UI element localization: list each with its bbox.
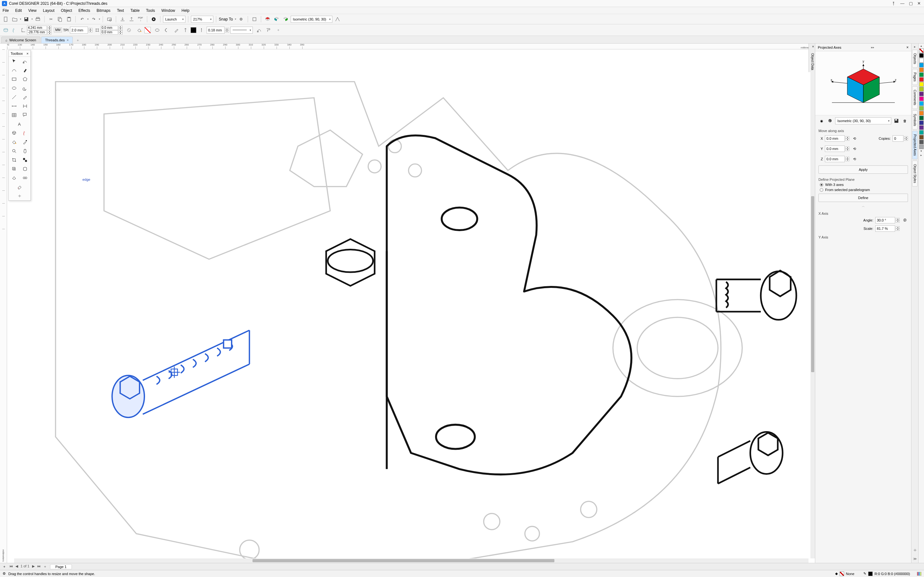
drawing-canvas[interactable]: edge [7,49,815,563]
palette-swatch[interactable] [919,92,924,96]
paste-icon[interactable] [65,15,73,23]
pdf-icon[interactable]: PDF↓ [137,15,144,23]
fill-bucket-icon[interactable] [136,26,143,34]
menu-window[interactable]: Window [162,8,175,13]
open-icon[interactable] [11,15,19,23]
freehand-tool-icon[interactable] [9,66,19,75]
fill-tool-icon[interactable] [9,137,19,147]
projected-preset-dropdown[interactable]: Isometric (30, 90, 30) [291,16,333,23]
size-wh[interactable]: ▴▾ ▴▾ [101,26,123,35]
spiral-tool-icon[interactable] [19,84,31,93]
canvas-v-scroll[interactable] [811,55,815,558]
menu-layout[interactable]: Layout [43,8,55,13]
menu-help[interactable]: Help [182,8,190,13]
callout-tool-icon[interactable] [19,111,31,119]
side-tab-comments[interactable]: Comments [912,86,918,109]
pan-tool-icon[interactable] [19,147,31,155]
toolbox-add-icon[interactable]: ＋ [9,191,31,200]
ellipse-shape-icon[interactable] [153,26,161,34]
ruler-vertical[interactable]: 3303203103002902802702602502402302202102… [0,49,7,563]
page-first-icon[interactable]: ⏮ [9,564,13,569]
side-tabs-more-icon[interactable]: ≫ [913,557,917,563]
connector-tool-icon[interactable] [19,102,31,111]
gear-icon[interactable]: ⚙ [3,572,6,576]
object-data-tab[interactable]: Object Data × ＋ [809,44,815,72]
shape-tool-icon[interactable] [19,57,31,66]
x-scale-input[interactable] [875,226,895,232]
outline-swatch[interactable] [868,572,873,576]
eyedropper-tool-icon[interactable] [19,137,31,147]
maximize-icon[interactable]: ▢ [909,1,913,6]
palette-swatch[interactable] [919,121,924,125]
zoom-tool-icon[interactable] [9,147,19,155]
outline-width-input[interactable] [207,27,225,34]
page-last-icon[interactable]: ⏭ [37,564,41,569]
side-tab-objects[interactable]: Objects [912,50,918,68]
tab-welcome[interactable]: ⌂ Welcome Screen [1,37,40,43]
docker-collapse-icon[interactable]: ▸▸ [871,45,874,49]
palette-swatch[interactable] [919,116,924,120]
collapse-section-icon[interactable]: ︿ [815,203,911,209]
moon-shape-icon[interactable] [162,26,170,34]
outline-pen-icon[interactable] [173,26,180,34]
thread-detail-icon[interactable] [11,26,19,34]
palette-none-swatch[interactable] [919,48,924,53]
artistic-media-tool-icon[interactable] [19,66,31,75]
menu-table[interactable]: Table [130,8,140,13]
palette-swatch[interactable] [919,125,924,130]
move-z-input[interactable] [825,156,845,162]
palette-down-icon[interactable]: ▾ [921,149,922,153]
apply-button[interactable]: Apply [819,165,908,174]
dimension-tool-icon[interactable] [9,102,19,111]
extrude-tool-icon[interactable] [9,173,19,182]
pos-x-input[interactable] [27,26,47,30]
plane-top-icon[interactable] [264,15,271,23]
palette-swatch[interactable] [919,140,924,144]
side-tabs-collapse-icon[interactable]: ▸ [914,45,916,48]
palette-swatch[interactable] [919,82,924,87]
docker-preset-dropdown[interactable]: Isometric (30, 90, 30) [835,117,891,124]
copies-input[interactable] [893,135,903,142]
menu-view[interactable]: View [28,8,37,13]
side-tab-object-styles[interactable]: Object Styles [912,161,918,187]
pen-tool-icon[interactable] [19,93,31,102]
ellipse-tool-icon[interactable] [9,84,19,93]
import-icon[interactable] [119,15,126,23]
side-tab-projected-axes[interactable]: Projected Axes [912,131,918,159]
thread-tool-icon[interactable] [19,129,31,137]
share-icon[interactable]: ⭱ [892,1,896,6]
projected-shape-tool-icon[interactable] [9,129,19,137]
palette-swatch[interactable] [919,135,924,139]
pick-tool-icon[interactable] [9,57,19,66]
close-icon[interactable]: ✕ [917,1,921,6]
polygon-tool-icon[interactable] [19,75,31,84]
reset-y-icon[interactable]: ⟲ [851,145,858,152]
canvas-h-scroll[interactable] [14,558,809,563]
options-icon[interactable]: ⚙ [237,15,245,23]
collaborate-icon[interactable] [150,15,158,23]
color-proof-icon[interactable] [917,572,921,576]
minimize-icon[interactable]: — [900,1,905,6]
convert-curve-icon[interactable] [255,26,263,34]
tpi-input[interactable] [70,27,88,34]
wrap-icon[interactable] [264,26,272,34]
export-icon[interactable] [128,15,136,23]
palette-swatch[interactable] [919,145,924,149]
object-data-close-icon[interactable]: × [812,45,814,48]
palette-swatch[interactable] [919,63,924,67]
drop-shadow-tool-icon[interactable] [9,164,19,173]
page-insert-icon[interactable]: ＋ [43,564,47,569]
menu-file[interactable]: File [3,8,9,13]
palette-swatch[interactable] [919,87,924,91]
palette-swatch[interactable] [919,106,924,111]
side-tab-pages[interactable]: Pages [912,69,918,85]
delete-preset-icon[interactable]: 🗑 [901,118,908,124]
visibility-icon[interactable]: ◉ [819,118,825,124]
x-angle-input[interactable] [875,217,895,223]
eraser-tool-icon[interactable] [9,182,31,191]
palette-swatch[interactable] [919,68,924,72]
transparency-tool-icon[interactable] [19,155,31,164]
reset-x-icon[interactable]: ⟲ [851,135,858,142]
menu-edit[interactable]: Edit [15,8,22,13]
new-icon[interactable] [2,15,10,23]
